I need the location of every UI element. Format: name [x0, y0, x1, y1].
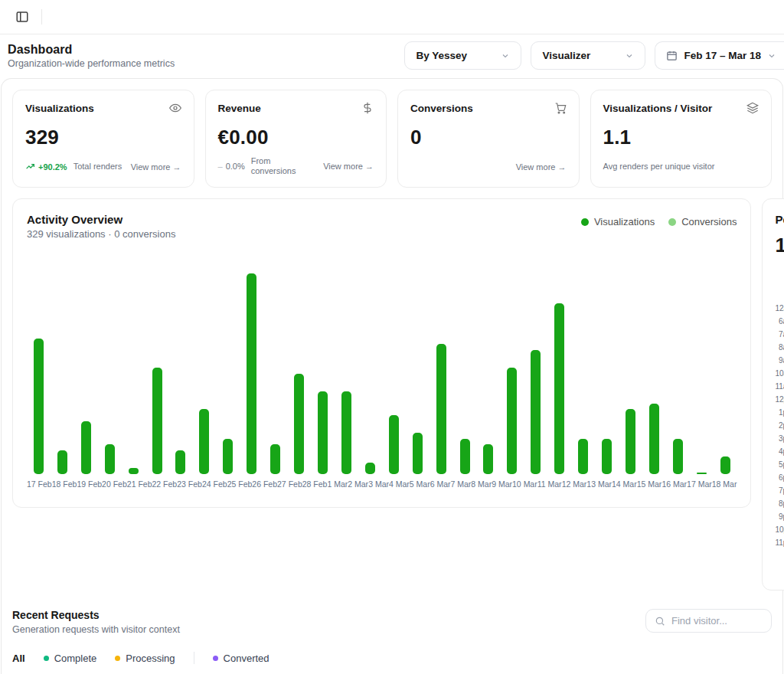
bar[interactable]	[294, 374, 304, 474]
x-axis-label: 3 Mar	[368, 479, 389, 489]
eye-icon	[169, 102, 181, 114]
bar-slot	[642, 273, 666, 474]
heatmap-row: 12pm	[775, 394, 784, 404]
bar[interactable]	[720, 456, 730, 474]
heatmap-row: 3pm	[775, 434, 784, 443]
bar-slot	[571, 273, 595, 474]
hour-label: 7am	[775, 330, 784, 339]
chevron-down-icon	[767, 51, 776, 61]
filter-all[interactable]: All	[12, 653, 25, 664]
filter-complete[interactable]: Complete	[44, 653, 97, 664]
bar-slot	[287, 273, 311, 474]
x-axis-label: 18 Mar	[712, 479, 737, 489]
bar-slot	[74, 273, 98, 474]
filter-converted[interactable]: Converted	[213, 653, 270, 664]
view-select[interactable]: Visualizer	[531, 41, 645, 70]
minus-icon: –	[218, 162, 223, 171]
owner-select[interactable]: By Yessey	[404, 41, 521, 70]
bar[interactable]	[81, 421, 91, 474]
activity-x-axis: 17 Feb18 Feb19 Feb20 Feb21 Feb22 Feb23 F…	[27, 479, 737, 489]
hour-label: 9pm	[775, 512, 784, 521]
heatmap-legend: Less More	[775, 558, 784, 568]
activity-overview-panel: Activity Overview 329 visualizations · 0…	[12, 198, 751, 508]
x-axis-label: 15 Mar	[637, 479, 662, 489]
bar[interactable]	[389, 415, 399, 474]
x-axis-label: 28 Feb	[302, 479, 328, 489]
hour-label: 6am	[775, 317, 784, 326]
bar[interactable]	[673, 439, 683, 474]
bar-slot	[145, 273, 169, 474]
filter-processing[interactable]: Processing	[115, 653, 175, 664]
bar[interactable]	[175, 450, 185, 474]
heatmap-row: 12am	[775, 303, 784, 313]
bar[interactable]	[697, 473, 707, 474]
bar-slot	[666, 273, 690, 474]
bar[interactable]	[554, 303, 564, 474]
bar[interactable]	[105, 444, 115, 474]
status-dot	[213, 656, 218, 661]
bar[interactable]	[365, 463, 375, 474]
bar[interactable]	[531, 350, 541, 474]
heatmap-row: 8am	[775, 342, 784, 352]
bar[interactable]	[483, 444, 493, 474]
bar[interactable]	[129, 468, 139, 474]
status-dot	[44, 656, 49, 661]
hour-label: 10am	[775, 369, 784, 378]
bar[interactable]	[649, 404, 659, 474]
stats-row: Visualizations 329 +90.2% Total renders …	[12, 90, 772, 188]
bar[interactable]	[223, 439, 233, 474]
bar[interactable]	[507, 368, 517, 474]
x-axis-label: 21 Feb	[127, 479, 152, 489]
bar-slot	[192, 273, 216, 474]
bar[interactable]	[57, 450, 67, 474]
visitor-search-box[interactable]	[645, 609, 772, 633]
bar-slot	[595, 273, 619, 474]
sidebar-toggle-icon[interactable]	[15, 10, 29, 24]
view-more-link[interactable]: View more →	[131, 162, 181, 172]
bar[interactable]	[270, 444, 280, 474]
x-axis-label: 17 Mar	[687, 479, 712, 489]
bar-slot	[122, 273, 145, 474]
view-more-link[interactable]: View more →	[323, 162, 374, 171]
bar[interactable]	[626, 409, 635, 474]
hour-label: 11am	[775, 382, 784, 391]
heatmap-row: 8pm	[775, 499, 784, 509]
visitor-search-input[interactable]	[671, 615, 763, 627]
bar[interactable]	[413, 433, 423, 474]
view-more-link[interactable]: View more →	[516, 162, 567, 172]
bar[interactable]	[34, 339, 44, 474]
recent-filters: AllCompleteProcessingConverted	[12, 652, 772, 664]
trend-flat: – 0.0%	[218, 162, 245, 171]
bar[interactable]	[199, 409, 209, 474]
bar[interactable]	[578, 439, 588, 474]
hour-label: 1pm	[775, 408, 784, 417]
stat-value: 0	[410, 126, 567, 149]
bar[interactable]	[318, 391, 328, 474]
bar[interactable]	[460, 439, 470, 474]
bar-slot	[311, 273, 335, 474]
recent-requests-title: Recent Requests	[12, 609, 180, 621]
heatmap-row: 5pm	[775, 460, 784, 470]
hour-label: 6pm	[775, 473, 784, 482]
bar[interactable]	[341, 391, 351, 474]
heatmap-row: 1pm	[775, 407, 784, 417]
bar[interactable]	[247, 273, 256, 474]
bar-slot	[714, 273, 737, 474]
bar[interactable]	[152, 368, 162, 474]
stat-card-visualizations: Visualizations 329 +90.2% Total renders …	[12, 90, 194, 188]
heatmap-row: 7am	[775, 329, 784, 339]
heatmap-row: 7pm	[775, 486, 784, 496]
hour-label: 12am	[775, 304, 784, 312]
stat-card-title: Visualizations / Visitor	[603, 103, 713, 114]
date-range-picker[interactable]: Feb 17 – Mar 18	[655, 41, 784, 70]
bar[interactable]	[602, 439, 612, 474]
activity-title: Activity Overview	[27, 213, 175, 226]
hour-label: 8am	[775, 343, 784, 352]
heatmap-row: 11pm	[775, 538, 784, 548]
bar[interactable]	[436, 344, 446, 474]
owner-select-value: By Yessey	[416, 50, 467, 61]
x-axis-label: 22 Feb	[152, 479, 178, 489]
bar-slot	[240, 273, 263, 474]
peak-hours-panel: Peak hours 16 visualizations in peak hou…	[762, 198, 784, 591]
x-axis-label: 26 Feb	[252, 479, 277, 489]
